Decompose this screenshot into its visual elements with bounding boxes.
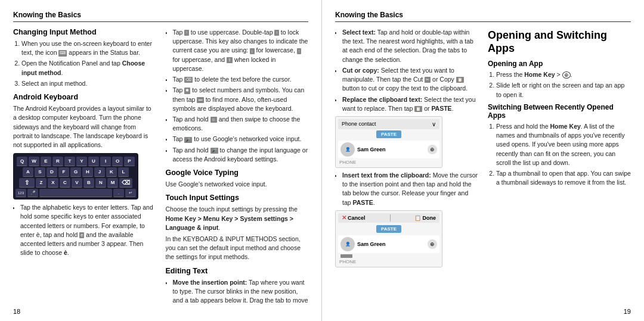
chevron-down-icon: ∨ (432, 121, 436, 127)
kb-g: G (70, 167, 81, 177)
clipboard-bullets: Insert text from the clipboard: Move the… (335, 171, 478, 207)
touch-input-body: Choose the touch input settings by press… (166, 205, 309, 232)
move-insertion-label: Move the insertion point: (173, 279, 247, 286)
kb-period: . (113, 189, 124, 197)
kb-q: Q (17, 157, 27, 166)
kb-m: M (107, 178, 118, 188)
android-keyboard-title: Android Keyboard (13, 93, 156, 101)
paste-button-1[interactable]: PASTE (376, 130, 401, 138)
list-item: Tap and hold ☺ and then swipe to choose … (173, 115, 309, 133)
list-item: When you use the on-screen keyboard to e… (21, 39, 156, 57)
switching-apps-list: Press and hold the Home Key. A list of t… (488, 122, 631, 188)
touch-input-title: Touch Input Settings (166, 194, 309, 202)
shift-icon: ↑ (184, 30, 189, 36)
keyboard-visual: Q W E R T Y U I O P A S D (13, 153, 138, 200)
kb-space (39, 189, 112, 197)
contact-name-2: Sam Green (357, 241, 428, 247)
left-col2: Tap ↑ to use uppercase. Double-tap ↑ to … (166, 28, 309, 304)
kb-l: L (118, 167, 129, 177)
sym-icon: ✱ (184, 88, 190, 94)
contact-row-2: 👤 Sam Green ⊕ (338, 235, 439, 253)
contact-name-1: Sam Green (357, 147, 428, 152)
avatar-1: 👤 (340, 142, 355, 157)
list-item: Select an input method. (21, 79, 156, 88)
action-divider (390, 214, 391, 222)
contact-action-btn-2[interactable]: ⊕ (428, 239, 437, 249)
kb-n: N (95, 178, 106, 188)
changing-input-title: Changing Input Method (13, 28, 156, 36)
kb-i: I (100, 157, 111, 166)
editing-bullets: Select text: Tap and hold or double-tap … (335, 28, 478, 113)
lower-icon: ↓ (250, 48, 255, 54)
list-item: Tap ⌫ to delete the text before the curs… (173, 75, 309, 84)
list-item: Press the Home Key > ⊕. (496, 70, 631, 79)
right-page-header: Knowing the Basics (335, 11, 631, 22)
phone-label-1: PHONE (338, 160, 439, 165)
left-page: Knowing the Basics Changing Input Method… (0, 0, 322, 321)
list-item: Tap ✱ to select numbers and symbols. You… (173, 86, 309, 113)
mic-hold-icon: 🎤 (210, 148, 218, 154)
paste-button-2[interactable]: PASTE (376, 225, 401, 233)
list-item: Tap the alphabetic keys to enter letters… (20, 203, 156, 257)
contact-row-1: 👤 Sam Green ⊕ (338, 141, 439, 158)
cancel-x-icon: ✕ (342, 214, 346, 221)
list-item: Tap 🎤 to use Google's networked voice in… (173, 135, 309, 144)
caps-icon: ⇪ (227, 57, 233, 63)
list-item: Tap and hold 🎤 to change the input langu… (173, 146, 309, 164)
left-content: Changing Input Method When you use the o… (13, 28, 308, 304)
kb-j: J (94, 167, 105, 177)
action-bar: ✕ Cancel 📋 Done (338, 213, 439, 223)
del-icon: ⌫ (184, 77, 193, 83)
kb-mic: 🎤 (27, 189, 38, 197)
cancel-btn[interactable]: ✕ Cancel (342, 214, 366, 221)
kb-x: X (48, 178, 58, 188)
right-col2: Opening and Switching Apps Opening an Ap… (488, 28, 631, 304)
switching-apps-title: Switching Between Recently Opened Apps (488, 103, 631, 120)
phone-contact-label: Phone contact (342, 121, 376, 127)
copy-icon: 📋 (456, 77, 464, 83)
shift-icon2: ↑ (274, 30, 279, 36)
select-text-item: Select text: Tap and hold or double-tap … (342, 28, 478, 64)
contact-bar-1: Phone contact ∨ (338, 119, 439, 129)
insert-clipboard-item: Insert text from the clipboard: Move the… (342, 171, 478, 207)
android-keyboard-body: The Android Keyboard provides a layout s… (13, 104, 156, 149)
right-page-number: 19 (624, 308, 631, 315)
kb-t: T (64, 157, 75, 166)
kb-backspace: ⌫ (119, 178, 132, 188)
clipboard-icon: 📋 (414, 215, 421, 221)
more-icon: ••• (197, 97, 203, 103)
kb-y: Y (76, 157, 87, 166)
contact-action-btn-1[interactable]: ⊕ (428, 145, 437, 154)
keyboard-icon: ⌨ (58, 50, 67, 56)
kb-row-3: ⇧ Z X C V B N M ⌫ (16, 178, 136, 188)
done-btn[interactable]: 📋 Done (414, 215, 436, 221)
right-header-title: Knowing the Basics (335, 11, 403, 19)
editing-text-list: Move the insertion point: Tap where you … (166, 278, 309, 304)
kb-d: D (47, 167, 57, 177)
done-label: Done (422, 215, 436, 221)
kb-h: H (82, 167, 93, 177)
kb-o: O (112, 157, 123, 166)
emoji-icon: ☺ (210, 117, 217, 123)
list-item: Tap ↑ to use uppercase. Double-tap ↑ to … (173, 28, 309, 73)
kb-e: E (41, 157, 51, 166)
cancel-label: Cancel (348, 215, 366, 221)
kb-c: C (60, 178, 70, 188)
screenshot-2: ✕ Cancel 📋 Done PASTE 👤 (335, 210, 442, 267)
kb-a: A (23, 167, 33, 177)
upper-icon: ↑ (297, 48, 302, 54)
left-col1: Changing Input Method When you use the o… (13, 28, 156, 304)
paste-row-1: PASTE (338, 129, 439, 139)
paste-row-2: PASTE (338, 224, 439, 234)
opening-switching-title: Opening and Switching Apps (488, 29, 631, 55)
page-spread: Knowing the Basics Changing Input Method… (0, 0, 644, 321)
list-item: Tap a thumbnail to open that app. You ca… (496, 169, 631, 187)
opening-app-list: Press the Home Key > ⊕. Slide left or ri… (488, 70, 631, 99)
kb-row-2: A S D F G H J K L (16, 167, 136, 177)
opening-app-title: Opening an App (488, 60, 631, 68)
google-voice-title: Google Voice Typing (166, 169, 309, 177)
kb-123: 123 (16, 189, 26, 197)
left-page-number: 18 (13, 308, 20, 315)
selection-handle (340, 254, 352, 258)
kb-r: R (52, 157, 63, 166)
